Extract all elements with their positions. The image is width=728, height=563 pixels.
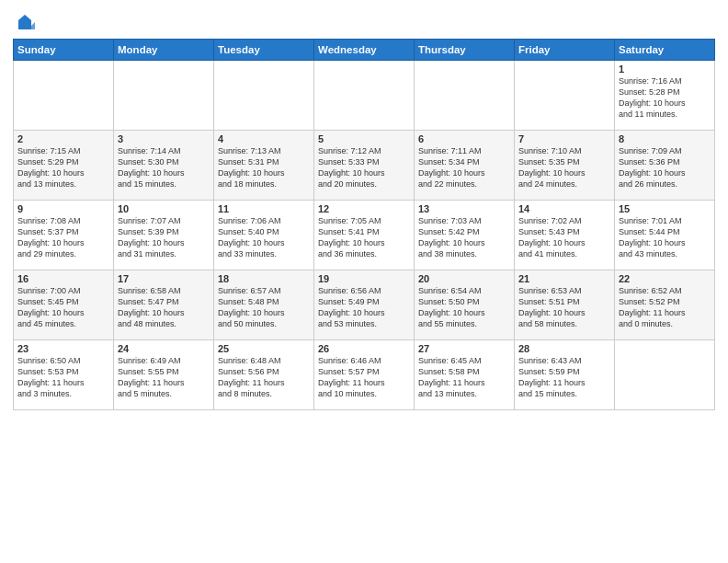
day-info: Sunrise: 7:06 AM Sunset: 5:40 PM Dayligh…: [218, 215, 310, 260]
calendar-cell: [615, 340, 715, 410]
day-number: 8: [619, 133, 711, 144]
weekday-header-monday: Monday: [114, 40, 214, 61]
day-info: Sunrise: 6:49 AM Sunset: 5:55 PM Dayligh…: [118, 355, 210, 400]
calendar-cell: 7Sunrise: 7:10 AM Sunset: 5:35 PM Daylig…: [515, 131, 615, 201]
calendar-cell: 18Sunrise: 6:57 AM Sunset: 5:48 PM Dayli…: [214, 270, 314, 340]
day-number: 9: [17, 203, 109, 214]
day-number: 13: [418, 203, 510, 214]
weekday-header-friday: Friday: [515, 40, 615, 61]
calendar-week-4: 23Sunrise: 6:50 AM Sunset: 5:53 PM Dayli…: [14, 340, 715, 410]
day-number: 12: [318, 203, 410, 214]
calendar-week-3: 16Sunrise: 7:00 AM Sunset: 5:45 PM Dayli…: [14, 270, 715, 340]
day-info: Sunrise: 7:07 AM Sunset: 5:39 PM Dayligh…: [118, 215, 210, 260]
day-number: 6: [418, 133, 510, 144]
day-number: 17: [118, 273, 210, 284]
logo-icon: [15, 13, 35, 33]
weekday-header-tuesday: Tuesday: [214, 40, 314, 61]
calendar-cell: [214, 61, 314, 131]
calendar-cell: 24Sunrise: 6:49 AM Sunset: 5:55 PM Dayli…: [114, 340, 214, 410]
calendar-cell: 3Sunrise: 7:14 AM Sunset: 5:30 PM Daylig…: [114, 131, 214, 201]
calendar-week-0: 1Sunrise: 7:16 AM Sunset: 5:28 PM Daylig…: [14, 61, 715, 131]
calendar-cell: 8Sunrise: 7:09 AM Sunset: 5:36 PM Daylig…: [615, 131, 715, 201]
day-number: 27: [418, 343, 510, 354]
calendar-cell: 13Sunrise: 7:03 AM Sunset: 5:42 PM Dayli…: [415, 201, 515, 270]
day-info: Sunrise: 7:01 AM Sunset: 5:44 PM Dayligh…: [619, 215, 711, 260]
calendar-cell: [515, 61, 615, 131]
calendar-cell: 11Sunrise: 7:06 AM Sunset: 5:40 PM Dayli…: [214, 201, 314, 270]
day-number: 14: [518, 203, 610, 214]
day-number: 11: [218, 203, 310, 214]
calendar-cell: 12Sunrise: 7:05 AM Sunset: 5:41 PM Dayli…: [314, 201, 415, 270]
calendar-cell: 17Sunrise: 6:58 AM Sunset: 5:47 PM Dayli…: [114, 270, 214, 340]
logo: [13, 13, 35, 33]
day-number: 4: [218, 133, 310, 144]
day-number: 19: [318, 273, 410, 284]
calendar-cell: 10Sunrise: 7:07 AM Sunset: 5:39 PM Dayli…: [114, 201, 214, 270]
weekday-header-thursday: Thursday: [415, 40, 515, 61]
page: SundayMondayTuesdayWednesdayThursdayFrid…: [0, 0, 728, 563]
day-info: Sunrise: 7:15 AM Sunset: 5:29 PM Dayligh…: [17, 145, 109, 190]
calendar-cell: [14, 61, 114, 131]
calendar-week-2: 9Sunrise: 7:08 AM Sunset: 5:37 PM Daylig…: [14, 201, 715, 270]
calendar-cell: 20Sunrise: 6:54 AM Sunset: 5:50 PM Dayli…: [415, 270, 515, 340]
day-info: Sunrise: 7:08 AM Sunset: 5:37 PM Dayligh…: [17, 215, 109, 260]
calendar-cell: 22Sunrise: 6:52 AM Sunset: 5:52 PM Dayli…: [615, 270, 715, 340]
calendar-cell: 14Sunrise: 7:02 AM Sunset: 5:43 PM Dayli…: [515, 201, 615, 270]
calendar-cell: 15Sunrise: 7:01 AM Sunset: 5:44 PM Dayli…: [615, 201, 715, 270]
calendar-cell: [114, 61, 214, 131]
day-info: Sunrise: 6:58 AM Sunset: 5:47 PM Dayligh…: [118, 285, 210, 330]
calendar-cell: [314, 61, 415, 131]
calendar-cell: 9Sunrise: 7:08 AM Sunset: 5:37 PM Daylig…: [14, 201, 114, 270]
day-info: Sunrise: 7:03 AM Sunset: 5:42 PM Dayligh…: [418, 215, 510, 260]
calendar-week-1: 2Sunrise: 7:15 AM Sunset: 5:29 PM Daylig…: [14, 131, 715, 201]
day-info: Sunrise: 6:52 AM Sunset: 5:52 PM Dayligh…: [619, 285, 711, 330]
day-info: Sunrise: 6:46 AM Sunset: 5:57 PM Dayligh…: [318, 355, 410, 400]
calendar-cell: 2Sunrise: 7:15 AM Sunset: 5:29 PM Daylig…: [14, 131, 114, 201]
day-info: Sunrise: 6:56 AM Sunset: 5:49 PM Dayligh…: [318, 285, 410, 330]
day-info: Sunrise: 6:50 AM Sunset: 5:53 PM Dayligh…: [17, 355, 109, 400]
calendar-cell: 26Sunrise: 6:46 AM Sunset: 5:57 PM Dayli…: [314, 340, 415, 410]
day-number: 20: [418, 273, 510, 284]
calendar-cell: 28Sunrise: 6:43 AM Sunset: 5:59 PM Dayli…: [515, 340, 615, 410]
day-info: Sunrise: 6:43 AM Sunset: 5:59 PM Dayligh…: [518, 355, 610, 400]
day-number: 5: [318, 133, 410, 144]
day-info: Sunrise: 7:11 AM Sunset: 5:34 PM Dayligh…: [418, 145, 510, 190]
calendar-cell: 5Sunrise: 7:12 AM Sunset: 5:33 PM Daylig…: [314, 131, 415, 201]
day-info: Sunrise: 6:45 AM Sunset: 5:58 PM Dayligh…: [418, 355, 510, 400]
calendar-cell: 23Sunrise: 6:50 AM Sunset: 5:53 PM Dayli…: [14, 340, 114, 410]
day-number: 22: [619, 273, 711, 284]
day-number: 10: [118, 203, 210, 214]
calendar-cell: 25Sunrise: 6:48 AM Sunset: 5:56 PM Dayli…: [214, 340, 314, 410]
calendar-cell: 27Sunrise: 6:45 AM Sunset: 5:58 PM Dayli…: [415, 340, 515, 410]
day-info: Sunrise: 7:05 AM Sunset: 5:41 PM Dayligh…: [318, 215, 410, 260]
weekday-header-saturday: Saturday: [615, 40, 715, 61]
day-number: 7: [518, 133, 610, 144]
day-number: 25: [218, 343, 310, 354]
calendar-cell: 21Sunrise: 6:53 AM Sunset: 5:51 PM Dayli…: [515, 270, 615, 340]
calendar-cell: 16Sunrise: 7:00 AM Sunset: 5:45 PM Dayli…: [14, 270, 114, 340]
weekday-header-row: SundayMondayTuesdayWednesdayThursdayFrid…: [14, 40, 715, 61]
day-info: Sunrise: 6:48 AM Sunset: 5:56 PM Dayligh…: [218, 355, 310, 400]
day-number: 24: [118, 343, 210, 354]
day-number: 2: [17, 133, 109, 144]
day-info: Sunrise: 7:00 AM Sunset: 5:45 PM Dayligh…: [17, 285, 109, 330]
day-number: 1: [619, 63, 711, 75]
header: [13, 9, 715, 33]
weekday-header-sunday: Sunday: [14, 40, 114, 61]
day-info: Sunrise: 7:10 AM Sunset: 5:35 PM Dayligh…: [518, 145, 610, 190]
day-number: 15: [619, 203, 711, 214]
day-info: Sunrise: 6:53 AM Sunset: 5:51 PM Dayligh…: [518, 285, 610, 330]
day-number: 26: [318, 343, 410, 354]
calendar-cell: 1Sunrise: 7:16 AM Sunset: 5:28 PM Daylig…: [615, 61, 715, 131]
day-number: 23: [17, 343, 109, 354]
day-info: Sunrise: 6:57 AM Sunset: 5:48 PM Dayligh…: [218, 285, 310, 330]
day-number: 3: [118, 133, 210, 144]
day-info: Sunrise: 7:16 AM Sunset: 5:28 PM Dayligh…: [619, 75, 711, 121]
day-info: Sunrise: 7:13 AM Sunset: 5:31 PM Dayligh…: [218, 145, 310, 190]
day-info: Sunrise: 7:12 AM Sunset: 5:33 PM Dayligh…: [318, 145, 410, 190]
day-number: 18: [218, 273, 310, 284]
day-number: 21: [518, 273, 610, 284]
day-info: Sunrise: 6:54 AM Sunset: 5:50 PM Dayligh…: [418, 285, 510, 330]
calendar-cell: [415, 61, 515, 131]
day-number: 28: [518, 343, 610, 354]
